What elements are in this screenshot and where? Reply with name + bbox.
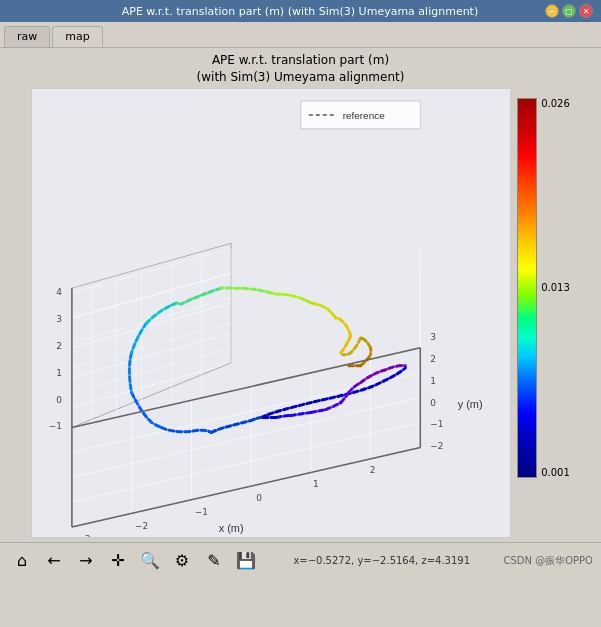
settings-button[interactable]: ⚙	[168, 547, 196, 575]
svg-text:0: 0	[430, 397, 436, 407]
plot-area[interactable]: x (m) y (m) −3 −2 −1 0 1 2 −2 −1 0 1 2 3…	[31, 88, 511, 538]
svg-text:y (m): y (m)	[458, 397, 483, 409]
coords-text: x=−0.5272, y=−2.5164, z=4.3191	[293, 555, 470, 566]
svg-text:0: 0	[256, 493, 262, 503]
chart-title: APE w.r.t. translation part (m) (with Si…	[4, 52, 597, 86]
close-button[interactable]: ✕	[579, 4, 593, 18]
chart-title-line1: APE w.r.t. translation part (m)	[4, 52, 597, 69]
watermark: CSDN @振华OPPO	[503, 554, 593, 568]
chart-wrapper: x (m) y (m) −3 −2 −1 0 1 2 −2 −1 0 1 2 3…	[4, 88, 597, 538]
edit-button[interactable]: ✎	[200, 547, 228, 575]
svg-text:1: 1	[56, 367, 62, 377]
minimize-icon: −	[549, 7, 556, 16]
close-icon: ✕	[583, 7, 590, 16]
svg-text:−1: −1	[195, 507, 208, 517]
colorbar-container: 0.026 0.013 0.001	[517, 88, 570, 478]
svg-text:−1: −1	[49, 421, 62, 431]
colorbar-labels: 0.026 0.013 0.001	[541, 98, 570, 478]
svg-text:−2: −2	[430, 441, 443, 451]
window-controls: − □ ✕	[542, 4, 593, 18]
svg-text:1: 1	[430, 375, 436, 385]
svg-text:2: 2	[430, 353, 436, 363]
svg-text:2: 2	[370, 465, 376, 475]
colorbar-row: 0.026 0.013 0.001	[517, 98, 570, 478]
svg-text:−3: −3	[77, 534, 90, 537]
tab-map-label: map	[65, 30, 89, 43]
maximize-button[interactable]: □	[562, 4, 576, 18]
plot-svg: x (m) y (m) −3 −2 −1 0 1 2 −2 −1 0 1 2 3…	[32, 89, 510, 537]
colorbar	[517, 98, 537, 478]
svg-text:1: 1	[313, 479, 319, 489]
svg-text:0: 0	[56, 394, 62, 404]
minimize-button[interactable]: −	[545, 4, 559, 18]
main-content: APE w.r.t. translation part (m) (with Si…	[0, 48, 601, 542]
svg-text:3: 3	[56, 314, 62, 324]
toolbar: ⌂ ← → ✛ 🔍 ⚙ ✎ 💾 x=−0.5272, y=−2.5164, z=…	[0, 542, 601, 579]
pan-button[interactable]: ✛	[104, 547, 132, 575]
coordinates-display: x=−0.5272, y=−2.5164, z=4.3191	[293, 555, 470, 566]
chart-title-line2: (with Sim(3) Umeyama alignment)	[4, 69, 597, 86]
svg-text:−1: −1	[430, 419, 443, 429]
colorbar-top-label: 0.026	[541, 98, 570, 109]
title-bar: APE w.r.t. translation part (m) (with Si…	[0, 0, 601, 22]
save-button[interactable]: 💾	[232, 547, 260, 575]
watermark-text: CSDN @振华OPPO	[503, 555, 593, 566]
maximize-icon: □	[565, 7, 573, 16]
svg-text:x (m): x (m)	[219, 522, 244, 534]
tab-bar: raw map	[0, 22, 601, 48]
svg-text:3: 3	[430, 331, 436, 341]
colorbar-bot-label: 0.001	[541, 467, 570, 478]
forward-button[interactable]: →	[72, 547, 100, 575]
tab-raw-label: raw	[17, 30, 37, 43]
tab-map[interactable]: map	[52, 26, 102, 47]
window-title: APE w.r.t. translation part (m) (with Si…	[122, 5, 478, 18]
home-button[interactable]: ⌂	[8, 547, 36, 575]
colorbar-mid-label: 0.013	[541, 282, 570, 293]
toolbar-icons: ⌂ ← → ✛ 🔍 ⚙ ✎ 💾	[8, 547, 260, 575]
back-button[interactable]: ←	[40, 547, 68, 575]
zoom-button[interactable]: 🔍	[136, 547, 164, 575]
svg-text:4: 4	[56, 287, 62, 297]
svg-text:reference: reference	[343, 109, 385, 120]
svg-text:2: 2	[56, 340, 62, 350]
svg-text:−2: −2	[135, 521, 148, 531]
tab-raw[interactable]: raw	[4, 26, 50, 47]
